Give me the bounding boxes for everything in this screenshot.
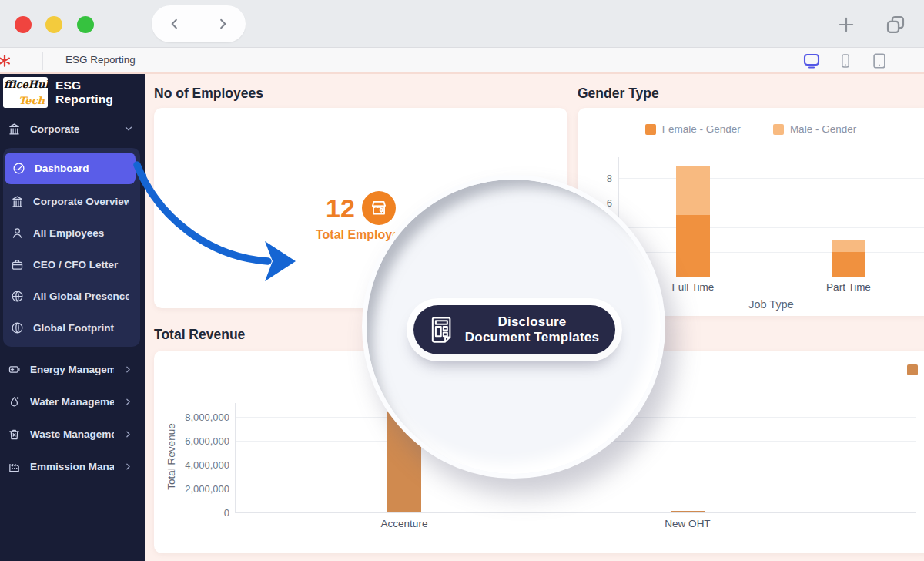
forward-button[interactable]: [199, 5, 246, 42]
gridline: [618, 178, 924, 179]
brand-row: fficeHub Tech ESG Reporting: [0, 74, 145, 113]
favicon-red-asterisk-icon: [0, 54, 12, 68]
plus-icon: [836, 15, 856, 35]
sidebar-item-label: Energy Management: [30, 364, 114, 375]
officehub-tech-logo: fficeHub Tech: [3, 77, 48, 108]
logo-text-bottom: Tech: [18, 95, 45, 106]
forward-chevron-icon: [216, 17, 229, 31]
gridline: [618, 252, 924, 253]
chevron-right-icon: [123, 364, 134, 375]
employee-stat: 12: [326, 191, 396, 225]
document-templates-icon: [430, 315, 456, 344]
disclosure-document-templates-button[interactable]: Disclosure Document Templates: [413, 305, 615, 354]
sidebar-item-label: Corporate: [30, 123, 114, 135]
sidebar-item-all-global-presences[interactable]: All Global Presences: [3, 280, 140, 312]
legend-swatch: [773, 124, 784, 135]
sidebar-item-energy-management[interactable]: Energy Management: [0, 353, 145, 385]
x-category-label: Full Time: [672, 281, 715, 293]
briefcase-icon: [11, 258, 24, 271]
phone-icon: [838, 52, 853, 69]
waste-icon: [8, 428, 21, 441]
back-chevron-icon: [168, 17, 182, 31]
globe-icon: [11, 290, 24, 303]
gender-legend: Female - GenderMale - Gender: [578, 123, 924, 135]
zoom-window-button[interactable]: [77, 16, 94, 33]
gridline: [235, 489, 916, 489]
energy-icon: [8, 363, 21, 376]
office-icon: [11, 195, 24, 208]
sidebar-item-corporate-overviews[interactable]: Corporate Overviews: [3, 186, 140, 217]
y-axis-title: Total Revenue: [166, 399, 177, 515]
chevron-right-icon: [123, 461, 134, 472]
sidebar-item-label: Dashboard: [35, 163, 125, 174]
browser-nav-group: [152, 5, 246, 42]
y-tick-label: 8: [578, 173, 612, 184]
legend-label: Male - Gender: [790, 123, 856, 135]
building-icon: [8, 123, 21, 136]
sidebar-item-global-footprint[interactable]: Global Footprint: [3, 312, 140, 344]
sidebar-item-label: Corporate Overviews: [33, 196, 129, 207]
tablet-icon: [871, 52, 888, 69]
x-axis-title: Job Type: [748, 298, 794, 311]
tablet-preview-button[interactable]: [869, 51, 890, 71]
employees-section-title: No of Employees: [154, 86, 263, 102]
storefront-icon: [362, 191, 396, 225]
sidebar-item-label: Waste Management: [30, 428, 114, 440]
pill-label-line2: Document Templates: [465, 330, 599, 345]
tab-title[interactable]: ESG Reporting: [65, 54, 136, 66]
desktop-preview-button[interactable]: [801, 51, 822, 71]
show-tabs-button[interactable]: [882, 13, 909, 36]
sidebar-item-label: All Global Presences: [33, 291, 129, 302]
x-category-label: Accenture: [381, 518, 428, 529]
globe-icon: [11, 321, 24, 334]
sidebar: fficeHub Tech ESG Reporting CorporateDas…: [0, 74, 145, 561]
chevron-right-icon: [123, 396, 134, 407]
y-axis-line: [235, 403, 236, 512]
brand-title: ESG Reporting: [55, 79, 142, 106]
gender-bar-male-full-time: [676, 166, 710, 215]
sidebar-lower-group: Energy ManagementWater ManagementWaste M…: [0, 353, 145, 482]
corporate-submenu-panel: DashboardCorporate OverviewsAll Employee…: [3, 148, 140, 347]
dashboard-icon: [12, 162, 25, 175]
sidebar-item-emmission-managem-[interactable]: Emmission Managem...: [0, 450, 145, 482]
close-window-button[interactable]: [15, 16, 32, 33]
legend-item: Male - Gender: [773, 123, 856, 135]
employee-count: 12: [326, 193, 355, 223]
pill-label-line1: Disclosure: [465, 314, 599, 330]
sidebar-item-corporate[interactable]: Corporate: [0, 113, 145, 145]
back-button[interactable]: [152, 5, 199, 42]
browser-tab-bar: ESG Reporting: [0, 48, 924, 74]
sidebar-item-label: Water Management: [30, 396, 114, 408]
sidebar-item-all-employees[interactable]: All Employees: [3, 217, 140, 249]
responsive-preview-toolbar: [801, 51, 890, 71]
gridline: [618, 227, 924, 228]
sidebar-item-water-management[interactable]: Water Management: [0, 385, 145, 418]
gender-bar-male-part-time: [832, 240, 865, 252]
sidebar-nav: CorporateDashboardCorporate OverviewsAll…: [0, 113, 145, 482]
emission-icon: [8, 460, 21, 473]
x-category-label: New OHT: [665, 518, 710, 529]
tabs-overview-icon: [885, 14, 906, 35]
logo-text-top: fficeHub: [4, 79, 48, 90]
legend-item: Female - Gender: [645, 123, 741, 135]
gender-bar-female-full-time: [676, 215, 710, 277]
minimize-window-button[interactable]: [45, 16, 62, 33]
sidebar-item-label: CEO / CFO Letter: [33, 259, 129, 270]
tab-divider: [42, 52, 43, 70]
legend-label: Female - Gender: [662, 123, 741, 135]
gender-section-title: Gender Type: [578, 86, 659, 102]
annotation-arrow: [129, 159, 306, 290]
sidebar-item-dashboard[interactable]: Dashboard: [5, 153, 136, 184]
new-tab-button[interactable]: [833, 13, 859, 36]
legend-swatch-partial: [907, 364, 918, 375]
x-axis-line: [235, 512, 916, 513]
sidebar-item-ceo-cfo-letter[interactable]: CEO / CFO Letter: [3, 249, 140, 280]
chevron-down-icon: [123, 123, 134, 134]
phone-preview-button[interactable]: [835, 51, 856, 71]
app-window: ESG Reporting fficeHub Tech ESG Reportin…: [0, 0, 924, 561]
sidebar-item-waste-management[interactable]: Waste Management: [0, 418, 145, 450]
gender-bar-female-part-time: [832, 252, 865, 277]
pill-button-label: Disclosure Document Templates: [465, 314, 599, 345]
revenue-section-title: Total Revenue: [154, 327, 245, 343]
x-category-label: Part Time: [826, 281, 871, 293]
